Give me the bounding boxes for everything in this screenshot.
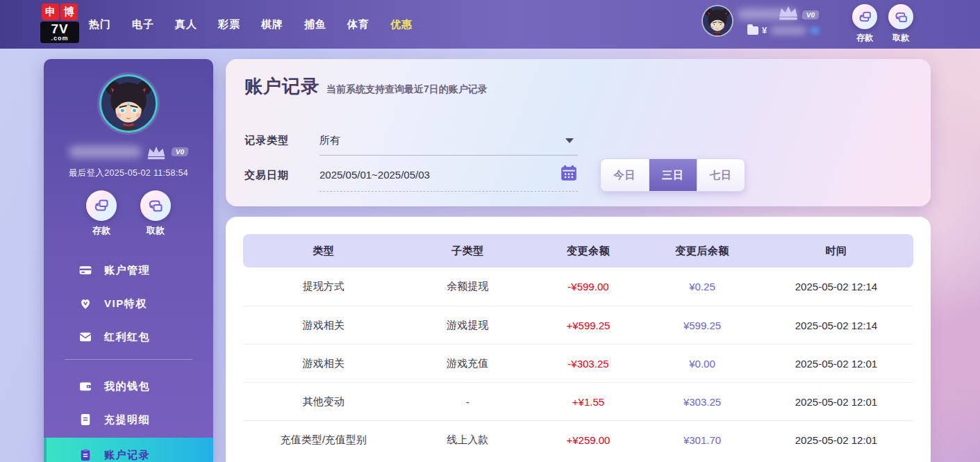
range-button-seven-days[interactable]: 七日 [697,159,745,191]
cell-after: ¥0.25 [645,281,759,292]
record-type-underline [319,155,578,156]
sidebar-menu: 账户管理 VIP特权 红利红包 [44,254,213,462]
cell-after: ¥301.70 [645,434,759,446]
table-row: 游戏相关 游戏提现 +¥599.25 ¥599.25 2025-05-02 12… [243,306,913,344]
nav-item-slots[interactable]: 电子 [132,18,154,31]
cell-time: 2025-05-02 12:01 [759,396,913,408]
col-header-after: 变更后余额 [645,245,759,258]
cell-change: -¥303.25 [531,358,645,370]
wallet-balance-row[interactable]: ¥ [747,25,820,35]
date-range-underline [319,191,578,192]
vip-crown-icon [145,143,167,160]
cell-type: 游戏相关 [243,319,404,332]
cell-time: 2025-05-02 12:14 [759,320,913,331]
table-row: 其他变动 - +¥1.55 ¥303.25 2025-05-02 12:01 [243,382,913,420]
account-records-panel: 账户记录 当前系统支持查询最近7日的账户记录 记录类型 所有 交易日期 2025… [226,59,931,206]
nav-item-fishing[interactable]: 捕鱼 [304,18,326,31]
vip-crown-icon [776,3,802,22]
logo-7v: 7V [40,22,79,35]
cell-subtype: 线上入款 [404,434,531,447]
sidebar-user-avatar[interactable] [99,74,158,133]
last-login-text: 最后登入2025-05-02 11:58:54 [44,167,213,179]
table-row: 游戏相关 游戏充值 -¥303.25 ¥0.00 2025-05-02 12:0… [243,344,913,382]
nav-item-cards[interactable]: 棋牌 [261,18,283,31]
sidebar-withdraw-button[interactable]: 取款 [140,190,171,237]
cell-subtype: - [404,396,531,408]
nav-item-lottery[interactable]: 彩票 [218,18,240,31]
record-type-select[interactable]: 所有 [319,134,340,147]
blurred-username [69,146,141,158]
cell-type: 提现方式 [243,280,404,293]
col-header-change: 变更余额 [531,245,645,258]
logo-char-1: 申 [42,3,59,20]
wallet-icon [747,26,758,35]
refresh-balance-icon[interactable] [810,27,820,34]
date-range-label: 交易日期 [244,169,289,182]
sidebar: V0 最后登入2025-05-02 11:58:54 存款 取款 账户管理 [44,59,213,462]
cell-time: 2025-05-02 12:01 [759,358,913,370]
cell-after: ¥303.25 [645,396,759,408]
nav-item-hot[interactable]: 热门 [89,18,111,31]
cell-time: 2025-05-02 12:01 [759,434,913,446]
bank-card-icon [78,263,92,277]
record-type-label: 记录类型 [244,134,289,147]
calendar-icon[interactable] [560,164,578,182]
date-range-segmented-control: 今日 三日 七日 [600,158,745,192]
cell-subtype: 余额提现 [404,280,531,293]
sidebar-item-transaction-details[interactable]: 充提明细 [44,403,213,436]
cell-change: +¥599.25 [531,320,645,331]
nav-item-promotions[interactable]: 优惠 [390,18,413,31]
range-button-three-days[interactable]: 三日 [649,159,697,191]
menu-divider [65,359,192,360]
blurred-balance [770,26,806,35]
records-table-card: 类型 子类型 变更余额 变更后余额 时间 提现方式 余额提现 -¥599.00 … [226,217,931,462]
top-navigation-bar: 申 博 7V .com 热门 电子 真人 彩票 棋牌 捕鱼 体育 优惠 V0 [0,0,980,49]
col-header-time: 时间 [759,245,913,258]
page-title: 账户记录 [244,74,319,99]
cell-subtype: 游戏提现 [404,319,531,332]
page-subtitle: 当前系统支持查询最近7日的账户记录 [326,83,488,96]
red-envelope-icon [78,330,92,344]
statement-icon [78,413,92,427]
sidebar-item-vip[interactable]: VIP特权 [44,287,213,320]
sidebar-deposit-button[interactable]: 存款 [86,190,117,237]
cell-type: 游戏相关 [243,357,404,370]
withdraw-button-label[interactable]: 取款 [888,32,913,44]
vip-gem-icon [78,297,92,311]
page: 申 博 7V .com 热门 电子 真人 彩票 棋牌 捕鱼 体育 优惠 V0 [0,0,980,462]
cell-after: ¥599.25 [645,320,759,331]
cell-change: +¥259.00 [531,434,645,446]
nav-item-live[interactable]: 真人 [175,18,197,31]
sidebar-item-bonus[interactable]: 红利红包 [44,320,213,354]
range-button-today[interactable]: 今日 [601,159,649,191]
col-header-subtype: 子类型 [404,245,531,258]
site-logo[interactable]: 申 博 7V .com [40,3,79,43]
currency-symbol: ¥ [762,25,767,35]
sidebar-item-wallet[interactable]: 我的钱包 [44,370,213,403]
sidebar-item-account-records[interactable]: 账户记录 [44,438,213,462]
cell-time: 2025-05-02 12:14 [759,281,913,292]
logo-com: .com [40,35,79,42]
cell-change: +¥1.55 [531,396,645,408]
logo-char-2: 博 [60,3,78,20]
main-nav: 热门 电子 真人 彩票 棋牌 捕鱼 体育 优惠 [89,0,413,49]
cell-type: 充值类型/充值型别 [243,434,404,447]
wallet-icon [78,379,92,393]
table-row: 充值类型/充值型别 线上入款 +¥259.00 ¥301.70 2025-05-… [243,420,913,459]
cell-change: -¥599.00 [531,281,645,292]
nav-item-sports[interactable]: 体育 [347,18,369,31]
cell-type: 其他变动 [243,395,404,409]
cell-after: ¥0.00 [645,358,759,370]
user-avatar[interactable] [701,5,733,37]
cell-subtype: 游戏充值 [404,357,531,370]
chevron-down-icon[interactable] [565,138,574,143]
table-row: 提现方式 余额提现 -¥599.00 ¥0.25 2025-05-02 12:1… [243,267,913,306]
withdraw-button[interactable] [888,4,913,29]
date-range-input[interactable]: 2025/05/01~2025/05/03 [319,169,430,181]
deposit-button[interactable] [852,4,877,29]
clipboard-icon [78,448,92,462]
deposit-button-label[interactable]: 存款 [852,32,877,44]
sidebar-item-account-management[interactable]: 账户管理 [44,254,213,287]
table-header-row: 类型 子类型 变更余额 变更后余额 时间 [243,234,913,267]
col-header-type: 类型 [243,245,404,258]
